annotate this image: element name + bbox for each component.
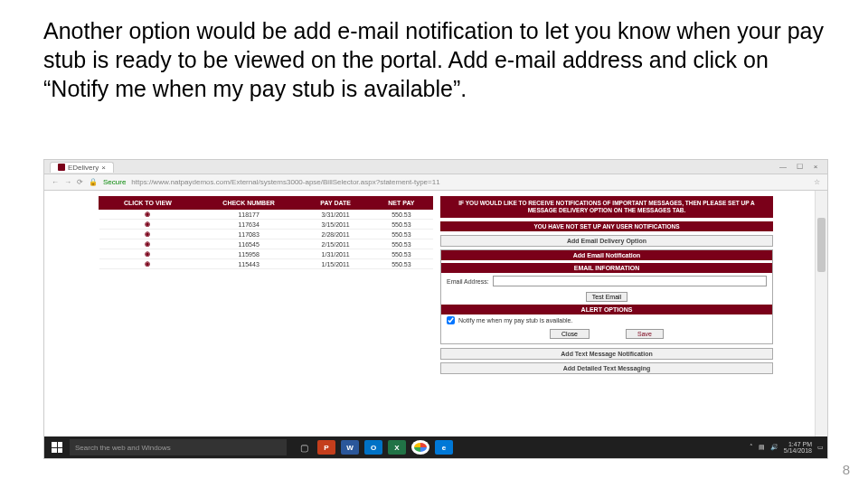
- cell-pay-date: 3/31/2011: [301, 210, 370, 220]
- scrollbar-thumb[interactable]: [817, 218, 826, 272]
- word-icon[interactable]: W: [341, 440, 359, 455]
- table-row: ◉1159581/31/2011550.53: [99, 249, 433, 259]
- minimize-icon[interactable]: —: [777, 163, 789, 171]
- cell-check-number: 116545: [196, 239, 301, 249]
- cell-pay-date: 3/15/2011: [301, 220, 370, 230]
- edge-icon[interactable]: e: [435, 440, 453, 455]
- tab-close-icon[interactable]: ×: [101, 164, 106, 172]
- scrollbar[interactable]: [815, 191, 827, 436]
- col-check-number: CHECK NUMBER: [196, 197, 301, 210]
- cell-net-pay: 550.53: [370, 220, 432, 230]
- cell-pay-date: 1/15/2011: [301, 259, 370, 269]
- save-button[interactable]: Save: [626, 329, 664, 339]
- windows-taskbar: Search the web and Windows ▢ P W O X e ˄…: [44, 436, 827, 458]
- tray-volume-icon[interactable]: 🔊: [770, 444, 778, 451]
- bookmark-star-icon[interactable]: ☆: [814, 178, 820, 186]
- cell-pay-date: 2/28/2011: [301, 230, 370, 239]
- col-click-to-view: CLICK TO VIEW: [99, 197, 197, 210]
- url-text[interactable]: https://www.natpaydemos.com/External/sys…: [131, 178, 808, 186]
- tray-time: 1:47 PM: [784, 441, 812, 447]
- favicon-icon: [58, 164, 65, 171]
- add-detailed-text-messaging[interactable]: Add Detailed Text Messaging: [440, 362, 773, 374]
- address-bar: ← → ⟳ 🔒 Secure https://www.natpaydemos.c…: [44, 174, 827, 191]
- tab-title: EDelivery: [68, 164, 99, 172]
- view-stub-icon[interactable]: ◉: [99, 259, 197, 269]
- window-controls: — ☐ ×: [777, 163, 827, 171]
- table-row: ◉1170832/28/2011550.53: [99, 230, 433, 239]
- page-content: CLICK TO VIEW CHECK NUMBER PAY DATE NET …: [44, 191, 827, 371]
- cell-net-pay: 550.53: [370, 249, 432, 259]
- cell-check-number: 118177: [196, 210, 301, 220]
- paystub-table-panel: CLICK TO VIEW CHECK NUMBER PAY DATE NET …: [99, 196, 433, 371]
- taskbar-pinned-apps: ▢ P W O X e: [296, 439, 453, 455]
- cell-check-number: 117083: [196, 230, 301, 239]
- forward-icon[interactable]: →: [64, 178, 71, 186]
- add-email-notification-panel: Add Email Notification EMAIL INFORMATION…: [440, 249, 773, 344]
- slide-number: 8: [843, 462, 850, 477]
- view-stub-icon[interactable]: ◉: [99, 230, 197, 239]
- notify-paystub-checkbox[interactable]: [447, 316, 455, 324]
- tray-notifications-icon[interactable]: ▭: [817, 444, 824, 451]
- cell-net-pay: 550.53: [370, 230, 432, 239]
- maximize-icon[interactable]: ☐: [793, 163, 806, 171]
- cell-net-pay: 550.53: [370, 210, 432, 220]
- setup-notice: IF YOU WOULD LIKE TO RECEIVE NOTIFICATIO…: [440, 196, 773, 218]
- email-information-header: EMAIL INFORMATION: [441, 263, 772, 273]
- embedded-screenshot: EDelivery × — ☐ × ← → ⟳ 🔒 Secure https:/…: [43, 159, 828, 459]
- windows-logo-icon: [52, 442, 62, 453]
- cell-check-number: 115443: [196, 259, 301, 269]
- no-notifications-bar: YOU HAVE NOT SET UP ANY USER NOTIFICATIO…: [440, 221, 773, 232]
- cell-pay-date: 2/15/2011: [301, 239, 370, 249]
- chrome-icon[interactable]: [411, 440, 429, 455]
- col-pay-date: PAY DATE: [301, 197, 370, 210]
- back-icon[interactable]: ←: [52, 178, 59, 186]
- browser-tab-strip: EDelivery × — ☐ ×: [44, 160, 827, 174]
- alert-options-header: ALERT OPTIONS: [441, 305, 772, 314]
- excel-icon[interactable]: X: [388, 440, 406, 455]
- tray-date: 5/14/2018: [784, 447, 812, 454]
- notify-paystub-label: Notify me when my pay stub is available.: [458, 317, 572, 324]
- instruction-text: Another option would be add e-mail notif…: [43, 16, 825, 103]
- browser-tab[interactable]: EDelivery ×: [50, 162, 114, 173]
- tray-network-icon[interactable]: ▤: [759, 444, 765, 451]
- paystub-table: CLICK TO VIEW CHECK NUMBER PAY DATE NET …: [99, 196, 433, 269]
- secure-label: Secure: [103, 178, 126, 186]
- task-view-icon[interactable]: ▢: [296, 439, 312, 455]
- add-email-notification-header: Add Email Notification: [441, 250, 772, 260]
- add-text-message-notification[interactable]: Add Text Message Notification: [440, 348, 773, 360]
- tray-chevron-icon[interactable]: ˄: [750, 444, 753, 451]
- add-email-delivery-option[interactable]: Add Email Delivery Option: [440, 235, 773, 247]
- cell-net-pay: 550.53: [370, 239, 432, 249]
- view-stub-icon[interactable]: ◉: [99, 239, 197, 249]
- table-row: ◉1165452/15/2011550.53: [99, 239, 433, 249]
- outlook-icon[interactable]: O: [364, 440, 382, 455]
- cell-check-number: 115958: [196, 249, 301, 259]
- cell-pay-date: 1/31/2011: [301, 249, 370, 259]
- table-row: ◉1154431/15/2011550.53: [99, 259, 433, 269]
- table-row: ◉1176343/15/2011550.53: [99, 220, 433, 230]
- cell-check-number: 117634: [196, 220, 301, 230]
- close-button[interactable]: Close: [550, 329, 590, 339]
- powerpoint-icon[interactable]: P: [317, 440, 335, 455]
- email-address-label: Email Address:: [447, 278, 489, 285]
- tray-clock[interactable]: 1:47 PM 5/14/2018: [784, 441, 812, 454]
- notifications-panel: IF YOU WOULD LIKE TO RECEIVE NOTIFICATIO…: [440, 196, 773, 371]
- test-email-button[interactable]: Test Email: [586, 292, 627, 302]
- view-stub-icon[interactable]: ◉: [99, 210, 197, 220]
- system-tray: ˄ ▤ 🔊 1:47 PM 5/14/2018 ▭: [750, 441, 824, 454]
- taskbar-search[interactable]: Search the web and Windows: [70, 439, 287, 455]
- start-button[interactable]: [48, 438, 66, 456]
- col-net-pay: NET PAY: [370, 197, 432, 210]
- lock-icon: 🔒: [89, 178, 98, 186]
- table-row: ◉1181773/31/2011550.53: [99, 210, 433, 220]
- view-stub-icon[interactable]: ◉: [99, 249, 197, 259]
- close-window-icon[interactable]: ×: [809, 163, 822, 171]
- reload-icon[interactable]: ⟳: [77, 178, 83, 186]
- view-stub-icon[interactable]: ◉: [99, 220, 197, 230]
- cell-net-pay: 550.53: [370, 259, 432, 269]
- taskbar-search-placeholder: Search the web and Windows: [75, 444, 171, 452]
- email-address-input[interactable]: [493, 276, 767, 286]
